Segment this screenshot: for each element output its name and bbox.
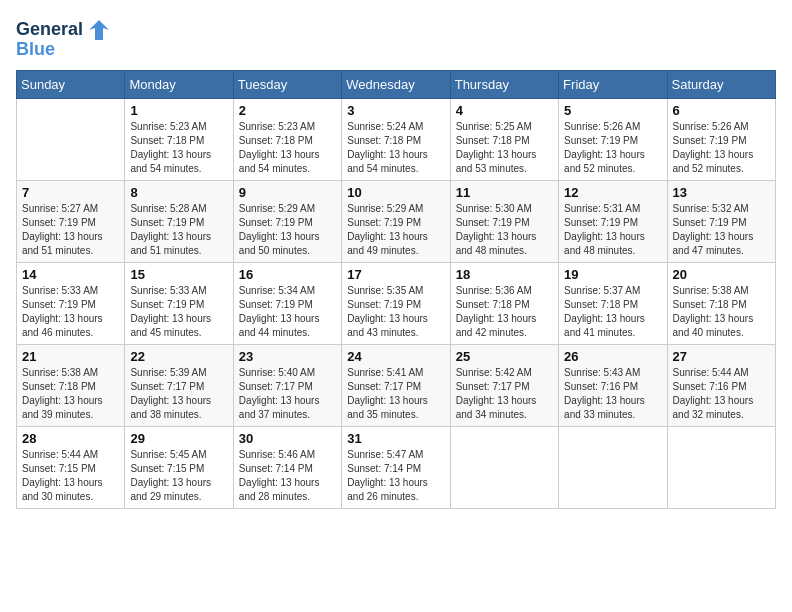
calendar-cell: 18Sunrise: 5:36 AMSunset: 7:18 PMDayligh… bbox=[450, 262, 558, 344]
day-info: Sunrise: 5:23 AMSunset: 7:18 PMDaylight:… bbox=[130, 120, 227, 176]
day-info: Sunrise: 5:40 AMSunset: 7:17 PMDaylight:… bbox=[239, 366, 336, 422]
day-info: Sunrise: 5:28 AMSunset: 7:19 PMDaylight:… bbox=[130, 202, 227, 258]
day-info: Sunrise: 5:39 AMSunset: 7:17 PMDaylight:… bbox=[130, 366, 227, 422]
day-number: 28 bbox=[22, 431, 119, 446]
calendar-week-row: 28Sunrise: 5:44 AMSunset: 7:15 PMDayligh… bbox=[17, 426, 776, 508]
weekday-header: Tuesday bbox=[233, 70, 341, 98]
calendar-cell: 29Sunrise: 5:45 AMSunset: 7:15 PMDayligh… bbox=[125, 426, 233, 508]
day-number: 11 bbox=[456, 185, 553, 200]
calendar-cell: 9Sunrise: 5:29 AMSunset: 7:19 PMDaylight… bbox=[233, 180, 341, 262]
day-info: Sunrise: 5:35 AMSunset: 7:19 PMDaylight:… bbox=[347, 284, 444, 340]
calendar-cell bbox=[667, 426, 775, 508]
calendar-cell: 7Sunrise: 5:27 AMSunset: 7:19 PMDaylight… bbox=[17, 180, 125, 262]
weekday-header: Saturday bbox=[667, 70, 775, 98]
day-number: 29 bbox=[130, 431, 227, 446]
day-info: Sunrise: 5:25 AMSunset: 7:18 PMDaylight:… bbox=[456, 120, 553, 176]
calendar-cell: 20Sunrise: 5:38 AMSunset: 7:18 PMDayligh… bbox=[667, 262, 775, 344]
calendar-cell: 5Sunrise: 5:26 AMSunset: 7:19 PMDaylight… bbox=[559, 98, 667, 180]
day-info: Sunrise: 5:29 AMSunset: 7:19 PMDaylight:… bbox=[239, 202, 336, 258]
calendar-week-row: 14Sunrise: 5:33 AMSunset: 7:19 PMDayligh… bbox=[17, 262, 776, 344]
calendar-cell: 25Sunrise: 5:42 AMSunset: 7:17 PMDayligh… bbox=[450, 344, 558, 426]
logo-text-general: General bbox=[16, 20, 83, 40]
day-number: 12 bbox=[564, 185, 661, 200]
day-number: 19 bbox=[564, 267, 661, 282]
day-info: Sunrise: 5:23 AMSunset: 7:18 PMDaylight:… bbox=[239, 120, 336, 176]
day-info: Sunrise: 5:33 AMSunset: 7:19 PMDaylight:… bbox=[130, 284, 227, 340]
day-number: 23 bbox=[239, 349, 336, 364]
logo-text-blue: Blue bbox=[16, 40, 55, 60]
calendar-cell: 23Sunrise: 5:40 AMSunset: 7:17 PMDayligh… bbox=[233, 344, 341, 426]
day-info: Sunrise: 5:30 AMSunset: 7:19 PMDaylight:… bbox=[456, 202, 553, 258]
day-info: Sunrise: 5:37 AMSunset: 7:18 PMDaylight:… bbox=[564, 284, 661, 340]
day-number: 2 bbox=[239, 103, 336, 118]
weekday-header: Sunday bbox=[17, 70, 125, 98]
day-info: Sunrise: 5:45 AMSunset: 7:15 PMDaylight:… bbox=[130, 448, 227, 504]
day-number: 14 bbox=[22, 267, 119, 282]
weekday-row: SundayMondayTuesdayWednesdayThursdayFrid… bbox=[17, 70, 776, 98]
calendar-cell bbox=[450, 426, 558, 508]
weekday-header: Wednesday bbox=[342, 70, 450, 98]
calendar-cell: 4Sunrise: 5:25 AMSunset: 7:18 PMDaylight… bbox=[450, 98, 558, 180]
day-number: 26 bbox=[564, 349, 661, 364]
calendar-week-row: 7Sunrise: 5:27 AMSunset: 7:19 PMDaylight… bbox=[17, 180, 776, 262]
weekday-header: Monday bbox=[125, 70, 233, 98]
calendar-cell: 24Sunrise: 5:41 AMSunset: 7:17 PMDayligh… bbox=[342, 344, 450, 426]
calendar-cell: 14Sunrise: 5:33 AMSunset: 7:19 PMDayligh… bbox=[17, 262, 125, 344]
day-info: Sunrise: 5:36 AMSunset: 7:18 PMDaylight:… bbox=[456, 284, 553, 340]
calendar-cell bbox=[559, 426, 667, 508]
day-info: Sunrise: 5:31 AMSunset: 7:19 PMDaylight:… bbox=[564, 202, 661, 258]
day-number: 3 bbox=[347, 103, 444, 118]
calendar-cell: 11Sunrise: 5:30 AMSunset: 7:19 PMDayligh… bbox=[450, 180, 558, 262]
day-number: 18 bbox=[456, 267, 553, 282]
calendar-cell: 13Sunrise: 5:32 AMSunset: 7:19 PMDayligh… bbox=[667, 180, 775, 262]
calendar-cell: 15Sunrise: 5:33 AMSunset: 7:19 PMDayligh… bbox=[125, 262, 233, 344]
day-info: Sunrise: 5:44 AMSunset: 7:15 PMDaylight:… bbox=[22, 448, 119, 504]
day-number: 7 bbox=[22, 185, 119, 200]
day-number: 13 bbox=[673, 185, 770, 200]
calendar-body: 1Sunrise: 5:23 AMSunset: 7:18 PMDaylight… bbox=[17, 98, 776, 508]
day-number: 1 bbox=[130, 103, 227, 118]
day-info: Sunrise: 5:44 AMSunset: 7:16 PMDaylight:… bbox=[673, 366, 770, 422]
calendar-cell: 6Sunrise: 5:26 AMSunset: 7:19 PMDaylight… bbox=[667, 98, 775, 180]
day-info: Sunrise: 5:27 AMSunset: 7:19 PMDaylight:… bbox=[22, 202, 119, 258]
day-info: Sunrise: 5:47 AMSunset: 7:14 PMDaylight:… bbox=[347, 448, 444, 504]
day-info: Sunrise: 5:46 AMSunset: 7:14 PMDaylight:… bbox=[239, 448, 336, 504]
calendar-cell: 2Sunrise: 5:23 AMSunset: 7:18 PMDaylight… bbox=[233, 98, 341, 180]
calendar-cell: 8Sunrise: 5:28 AMSunset: 7:19 PMDaylight… bbox=[125, 180, 233, 262]
calendar-cell: 10Sunrise: 5:29 AMSunset: 7:19 PMDayligh… bbox=[342, 180, 450, 262]
day-number: 10 bbox=[347, 185, 444, 200]
logo-arrow-icon bbox=[85, 16, 113, 44]
calendar-cell: 1Sunrise: 5:23 AMSunset: 7:18 PMDaylight… bbox=[125, 98, 233, 180]
weekday-header: Thursday bbox=[450, 70, 558, 98]
day-number: 16 bbox=[239, 267, 336, 282]
day-info: Sunrise: 5:26 AMSunset: 7:19 PMDaylight:… bbox=[564, 120, 661, 176]
day-info: Sunrise: 5:32 AMSunset: 7:19 PMDaylight:… bbox=[673, 202, 770, 258]
day-number: 27 bbox=[673, 349, 770, 364]
svg-marker-0 bbox=[89, 20, 109, 40]
day-number: 21 bbox=[22, 349, 119, 364]
day-info: Sunrise: 5:29 AMSunset: 7:19 PMDaylight:… bbox=[347, 202, 444, 258]
day-info: Sunrise: 5:38 AMSunset: 7:18 PMDaylight:… bbox=[673, 284, 770, 340]
calendar-week-row: 21Sunrise: 5:38 AMSunset: 7:18 PMDayligh… bbox=[17, 344, 776, 426]
day-number: 6 bbox=[673, 103, 770, 118]
day-number: 25 bbox=[456, 349, 553, 364]
calendar-cell: 12Sunrise: 5:31 AMSunset: 7:19 PMDayligh… bbox=[559, 180, 667, 262]
day-number: 5 bbox=[564, 103, 661, 118]
page-header: General Blue bbox=[16, 16, 776, 60]
calendar-cell: 16Sunrise: 5:34 AMSunset: 7:19 PMDayligh… bbox=[233, 262, 341, 344]
calendar-cell: 19Sunrise: 5:37 AMSunset: 7:18 PMDayligh… bbox=[559, 262, 667, 344]
calendar-cell: 21Sunrise: 5:38 AMSunset: 7:18 PMDayligh… bbox=[17, 344, 125, 426]
day-number: 17 bbox=[347, 267, 444, 282]
day-number: 20 bbox=[673, 267, 770, 282]
day-info: Sunrise: 5:33 AMSunset: 7:19 PMDaylight:… bbox=[22, 284, 119, 340]
calendar-cell: 26Sunrise: 5:43 AMSunset: 7:16 PMDayligh… bbox=[559, 344, 667, 426]
day-info: Sunrise: 5:43 AMSunset: 7:16 PMDaylight:… bbox=[564, 366, 661, 422]
logo: General Blue bbox=[16, 16, 113, 60]
calendar-cell: 28Sunrise: 5:44 AMSunset: 7:15 PMDayligh… bbox=[17, 426, 125, 508]
day-number: 4 bbox=[456, 103, 553, 118]
calendar-cell: 22Sunrise: 5:39 AMSunset: 7:17 PMDayligh… bbox=[125, 344, 233, 426]
day-number: 9 bbox=[239, 185, 336, 200]
calendar-header: SundayMondayTuesdayWednesdayThursdayFrid… bbox=[17, 70, 776, 98]
day-number: 30 bbox=[239, 431, 336, 446]
calendar-cell: 30Sunrise: 5:46 AMSunset: 7:14 PMDayligh… bbox=[233, 426, 341, 508]
